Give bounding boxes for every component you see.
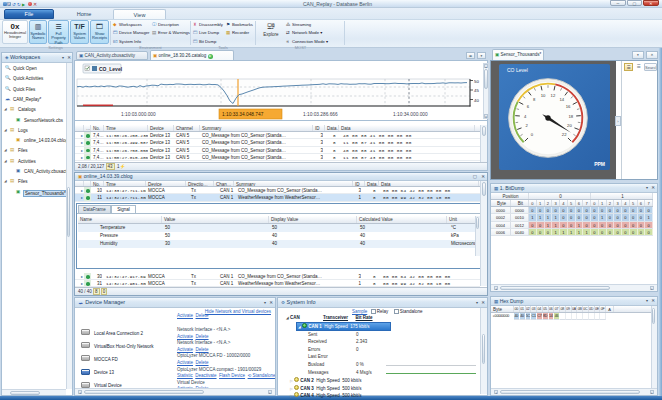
- svg-text:1:10:03.286.666: 1:10:03.286.666: [303, 112, 338, 117]
- svg-text:1:10:03.000.000: 1:10:03.000.000: [121, 112, 156, 117]
- svg-text:16: 16: [566, 104, 571, 109]
- svg-text:18: 18: [568, 114, 573, 119]
- svg-text:22: 22: [562, 132, 567, 137]
- svg-text:40: 40: [474, 98, 479, 103]
- svg-text:CO_Level: CO_Level: [99, 66, 123, 72]
- svg-text:50: 50: [474, 79, 479, 84]
- svg-text:10: 10: [541, 93, 546, 98]
- svg-text:1:10:33.34.048.747: 1:10:33.34.048.747: [222, 112, 264, 117]
- svg-text:1:10:34.000.000: 1:10:34.000.000: [393, 112, 428, 117]
- svg-text:45: 45: [474, 88, 479, 93]
- svg-text:20: 20: [567, 123, 572, 128]
- svg-text:14: 14: [559, 97, 564, 102]
- svg-text:12: 12: [551, 93, 556, 98]
